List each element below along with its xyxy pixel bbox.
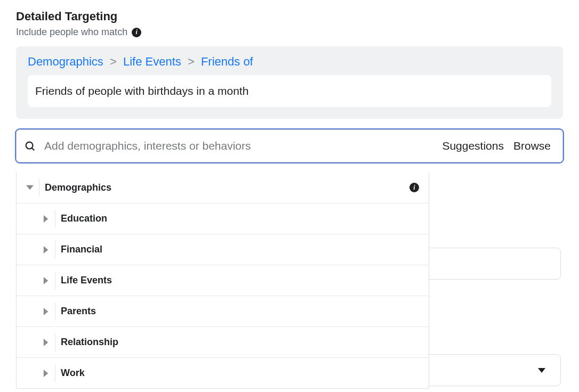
- dropdown-item-work[interactable]: Work: [17, 357, 429, 388]
- svg-marker-6: [44, 308, 48, 315]
- breadcrumb: Demographics > Life Events > Friends of: [28, 55, 551, 69]
- divider: [55, 303, 55, 321]
- breadcrumb-level-1[interactable]: Demographics: [28, 55, 103, 68]
- chevron-right-icon: [38, 246, 54, 254]
- svg-marker-5: [44, 277, 48, 284]
- page-title: Detailed Targeting: [16, 10, 563, 23]
- search-icon: [24, 140, 36, 152]
- dropdown-header-label: Demographics: [45, 182, 409, 193]
- dropdown-item-label: Relationship: [61, 337, 419, 348]
- breadcrumb-sep-icon: >: [110, 55, 117, 68]
- breadcrumb-sep-icon: >: [188, 55, 195, 68]
- browse-button[interactable]: Browse: [513, 140, 551, 152]
- dropdown-item-label: Education: [61, 213, 419, 224]
- divider: [55, 333, 55, 352]
- selected-option-chip[interactable]: Friends of people with birthdays in a mo…: [28, 75, 551, 107]
- breadcrumb-level-2[interactable]: Life Events: [123, 55, 181, 68]
- chevron-right-icon: [38, 339, 54, 346]
- dropdown-item-label: Financial: [61, 244, 419, 255]
- divider: [39, 178, 39, 197]
- divider: [55, 241, 55, 259]
- browse-dropdown: Demographics i Education Financial Life …: [16, 172, 429, 389]
- selected-targeting-card: Demographics > Life Events > Friends of …: [16, 46, 563, 119]
- dropdown-item-label: Life Events: [61, 275, 419, 286]
- dropdown-item-life-events[interactable]: Life Events: [17, 265, 429, 296]
- dropdown-header-demographics[interactable]: Demographics i: [17, 172, 429, 203]
- search-input[interactable]: [44, 140, 433, 152]
- subheading: Include people who match: [16, 27, 127, 38]
- chevron-down-icon: [22, 184, 38, 191]
- dropdown-item-label: Work: [61, 368, 419, 379]
- chevron-down-icon: [538, 368, 545, 373]
- dropdown-item-education[interactable]: Education: [17, 203, 429, 234]
- info-icon[interactable]: i: [132, 28, 141, 37]
- svg-marker-8: [44, 370, 48, 377]
- chevron-right-icon: [38, 308, 54, 315]
- divider: [55, 364, 55, 382]
- svg-marker-3: [44, 215, 48, 223]
- svg-marker-2: [26, 185, 34, 190]
- chevron-right-icon: [38, 370, 54, 377]
- divider: [55, 272, 55, 290]
- suggestions-button[interactable]: Suggestions: [442, 140, 504, 152]
- chevron-right-icon: [38, 215, 54, 223]
- chevron-right-icon: [38, 277, 54, 284]
- search-row[interactable]: Suggestions Browse: [16, 129, 563, 162]
- svg-point-0: [26, 142, 33, 149]
- dropdown-item-parents[interactable]: Parents: [17, 296, 429, 326]
- divider: [55, 210, 55, 228]
- dropdown-item-relationship[interactable]: Relationship: [17, 326, 429, 357]
- dropdown-item-label: Parents: [61, 306, 419, 317]
- svg-marker-7: [44, 339, 48, 346]
- dropdown-item-financial[interactable]: Financial: [17, 234, 429, 265]
- svg-line-1: [32, 148, 35, 151]
- info-icon[interactable]: i: [409, 183, 419, 192]
- svg-marker-4: [44, 246, 48, 254]
- breadcrumb-level-3[interactable]: Friends of: [201, 55, 253, 68]
